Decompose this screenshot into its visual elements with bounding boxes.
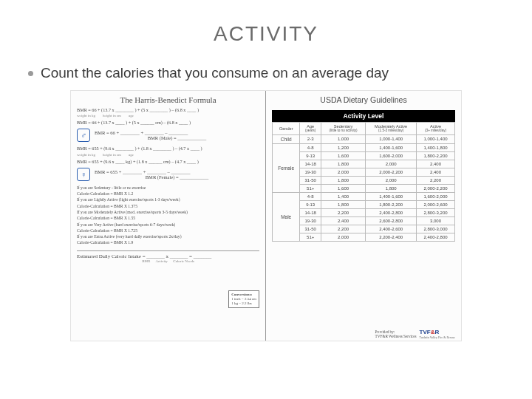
data-cell: 2,000-2,200 (366, 168, 417, 176)
data-cell: 14-18 (300, 208, 321, 216)
table-row: 31-502,2002,400-2,6002,800-3,000 (273, 225, 455, 233)
data-cell: 2-3 (300, 134, 321, 143)
th-moderate: Moderately Active(1.5-3 miles/day) (366, 123, 417, 135)
table-row: 9-131,6001,600-2,0001,800-2,200 (273, 151, 455, 160)
left-heading: The Harris-Benedict Formula (77, 95, 259, 107)
worksheet-image: The Harris-Benedict Formula BMR = 66 + (… (70, 90, 462, 341)
data-cell: 2,000 (366, 176, 417, 184)
slide-title: ACTIVITY (0, 0, 532, 59)
data-cell: 1,600-2,000 (417, 192, 455, 200)
bullet-icon (28, 71, 33, 76)
note-line: If you are Extra Active (very hard daily… (77, 234, 259, 239)
harris-benedict-column: The Harris-Benedict Formula BMR = 66 + (… (71, 91, 266, 341)
conv-line: 1 kg = 2.2 lbs (231, 301, 256, 306)
th-active: Active(3+ miles/day) (417, 123, 455, 135)
female-row: ♀ BMR = 655 + ________ + ________ – ____… (77, 168, 259, 181)
data-cell: 2,000-2,200 (417, 184, 455, 192)
note-line: Calorie-Calculation = BMR X 1.2 (77, 191, 259, 197)
note-line: Calorie-Calculation = BMR X 1.55 (77, 216, 259, 221)
female-formula-2: BMR = 655 + (9.6 x ____ kg) + (1.8 x ___… (77, 159, 259, 165)
male-calc: BMR = 66 + ________ + ________ – _______… (95, 130, 259, 135)
data-cell: 2,000 (321, 233, 365, 241)
male-formula-2: BMR = 66 + (13.7 x ____ ) + (5 x ______ … (77, 120, 259, 126)
male-formula-1: BMR = 66 + (13.7 x ________ ) + (5 x ___… (77, 107, 259, 113)
data-cell: 31-50 (300, 225, 321, 233)
bullet-text: Count the calories that you consume on a… (41, 65, 389, 81)
data-cell: 1,800-2,200 (366, 200, 417, 208)
note-line: If you are Sedentary - little or no exer… (77, 185, 259, 191)
female-formula-block: BMR = 655 + (9.6 x ________ ) + (1.8 x _… (77, 146, 259, 164)
note-line: Calorie-Calculation = BMR X 1.375 (77, 204, 259, 209)
data-cell: 2,800-3,200 (417, 208, 455, 216)
gender-cell: Male (273, 192, 300, 241)
male-row: ♂ BMR = 66 + ________ + ________ – _____… (77, 129, 259, 142)
data-cell: 19-30 (300, 168, 321, 176)
right-heading: USDA Dietary Guidelines (272, 95, 455, 107)
bullet-item: Count the calories that you consume on a… (0, 59, 532, 87)
data-cell: 1,800 (366, 184, 417, 192)
data-cell: 2,400-2,800 (417, 233, 455, 241)
logo-subtitle: Tualatin Valley Fire & Rescue (420, 335, 455, 339)
table-row: 51+2,0002,200-2,4002,400-2,800 (273, 233, 455, 241)
data-cell: 1,800 (321, 200, 365, 208)
male-icon: ♂ (77, 129, 90, 142)
provided-org: TVF&R Wellness Services (375, 334, 417, 338)
female-icon: ♀ (77, 168, 90, 181)
provided-by: Provided by: TVF&R Wellness Services TVF… (375, 329, 455, 339)
note-line: If you are Very Active (hard exercise/sp… (77, 222, 259, 228)
data-cell: 14-18 (300, 160, 321, 168)
table-header-row: Gender Age(years) Sedentary(little to no… (273, 123, 455, 135)
data-cell: 1,000 (321, 134, 365, 143)
data-cell: 2,400 (321, 216, 365, 225)
note-line: If you are Moderately Active (mod. exerc… (77, 210, 259, 215)
female-calc: BMR = 655 + ________ + ________ – ______… (95, 169, 259, 174)
data-cell: 1,800 (321, 160, 365, 168)
th-age: Age(years) (300, 123, 321, 135)
th-gender: Gender (273, 123, 300, 135)
activity-level-bar: Activity Level (272, 110, 455, 122)
gender-cell: Female (273, 143, 300, 192)
data-cell: 1,400-1,800 (417, 143, 455, 151)
male-formula-block: BMR = 66 + (13.7 x ________ ) + (5 x ___… (77, 107, 259, 126)
data-cell: 1,600 (321, 184, 365, 192)
table-row: 31-501,8002,0002,200 (273, 176, 455, 184)
table-row: 14-182,2002,400-2,8002,800-3,200 (273, 208, 455, 216)
table-row: 9-131,8001,800-2,2002,000-2,600 (273, 200, 455, 208)
data-cell: 1,000-1,400 (417, 134, 455, 143)
data-cell: 2,400 (417, 160, 455, 168)
data-cell: 1,400-1,600 (366, 192, 417, 200)
table-row: 19-302,4002,600-2,8003,000 (273, 216, 455, 225)
usda-column: USDA Dietary Guidelines Activity Level G… (266, 91, 461, 341)
data-cell: 2,200-2,400 (366, 233, 417, 241)
data-cell: 1,000-1,400 (366, 134, 417, 143)
data-cell: 1,800 (321, 176, 365, 184)
est-sub: BMR Activity Calorie Needs (77, 259, 259, 263)
data-cell: 31-50 (300, 176, 321, 184)
est-formula: Estimated Daily Caloric Intake = _______… (77, 253, 259, 259)
female-result: BMR (Female) = ____________ (95, 174, 259, 180)
data-cell: 9-13 (300, 151, 321, 160)
tvfr-logo: TVF&R Tualatin Valley Fire & Rescue (420, 329, 455, 339)
data-cell: 2,600-2,800 (366, 216, 417, 225)
data-cell: 2,400 (417, 168, 455, 176)
data-cell: 2,000 (321, 168, 365, 176)
data-cell: 1,200 (321, 143, 365, 151)
female-formula-sub: weight in kg height in cm age (77, 153, 259, 158)
data-cell: 1,600 (321, 151, 365, 160)
data-cell: 2,200 (321, 208, 365, 216)
note-line: Calorie-Calculation = BMR X 1.725 (77, 228, 259, 233)
table-row: 14-181,8002,0002,400 (273, 160, 455, 168)
table-row: Female4-81,2001,400-1,6001,400-1,800 (273, 143, 455, 151)
gender-cell: Child (273, 134, 300, 143)
table-row: 51+1,6001,8002,000-2,200 (273, 184, 455, 192)
table-row: 19-302,0002,000-2,2002,400 (273, 168, 455, 176)
estimated-intake: Estimated Daily Caloric Intake = _______… (77, 250, 259, 263)
data-cell: 1,800-2,200 (417, 151, 455, 160)
data-cell: 1,400 (321, 192, 365, 200)
data-cell: 2,400-2,800 (366, 208, 417, 216)
data-cell: 2,200 (417, 176, 455, 184)
th-sedentary: Sedentary(little to no activity) (321, 123, 365, 135)
data-cell: 51+ (300, 184, 321, 192)
data-cell: 51+ (300, 233, 321, 241)
data-cell: 2,000 (366, 160, 417, 168)
